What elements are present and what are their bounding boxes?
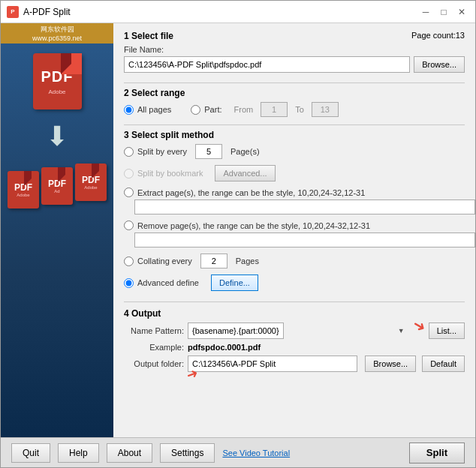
example-label: Example:	[124, 343, 184, 352]
pdf-icon-bottom-3: PDF Adobe	[75, 164, 107, 201]
adobe-label-b1: Adobe	[17, 193, 29, 197]
section-select-range: 2 Select range All pages Part: From To	[124, 88, 465, 117]
from-input[interactable]	[261, 102, 288, 117]
advanced-define-row: Advanced define Define...	[124, 274, 465, 291]
advanced-define-label: Advanced define	[137, 278, 199, 287]
pdf-label-b3: PDF	[82, 175, 100, 185]
content-area: 网东软件园 www.pc6359.net PDF Adobe ⬇ PDF Ado…	[1, 23, 475, 437]
collating-row: Collating every Pages	[124, 254, 465, 268]
pdf-label-b1: PDF	[14, 182, 32, 193]
pdf-icon-bottom-1: PDF Adobe	[8, 171, 39, 208]
help-button[interactable]: Help	[58, 443, 99, 463]
split-every-label: Split by every	[137, 147, 187, 156]
part-option[interactable]: Part:	[191, 105, 221, 115]
remove-label: Remove page(s), the range can be the sty…	[137, 221, 370, 230]
filename-label: File Name:	[124, 45, 176, 54]
name-pattern-label: Name Pattern:	[124, 326, 184, 335]
split-button[interactable]: Split	[409, 442, 465, 464]
all-pages-radio[interactable]	[124, 105, 134, 115]
split-bookmark-label: Split by bookmark	[137, 169, 203, 178]
close-button[interactable]: ✕	[454, 4, 469, 20]
filename-input-row: Browse...	[124, 56, 465, 73]
part-label: Part:	[204, 105, 221, 114]
advanced-define-option[interactable]: Advanced define	[124, 278, 199, 288]
list-button[interactable]: List...	[429, 322, 465, 339]
name-pattern-row: Name Pattern: {basename}.{part:0000} Lis…	[124, 322, 465, 339]
pages-unit: Page(s)	[230, 147, 260, 156]
name-pattern-select[interactable]: {basename}.{part:0000}	[188, 322, 284, 339]
titlebar: P A-PDF Split ─ □ ✕	[1, 1, 475, 23]
filename-row: File Name:	[124, 45, 465, 54]
adobe-label-b2: Ad	[54, 189, 59, 194]
range-row: All pages Part: From To	[124, 102, 465, 117]
settings-button[interactable]: Settings	[160, 443, 215, 463]
about-button[interactable]: About	[107, 443, 152, 463]
collating-label: Collating every	[137, 256, 192, 266]
main-window: P A-PDF Split ─ □ ✕ 网东软件园 www.pc6359.net…	[0, 0, 476, 468]
quit-button[interactable]: Quit	[11, 443, 50, 463]
split-bookmark-radio[interactable]	[124, 169, 134, 178]
collating-radio[interactable]	[124, 256, 134, 266]
pdf-icons-bottom: PDF Adobe PDF Ad PDF Adobe	[8, 164, 107, 208]
remove-radio[interactable]	[124, 220, 134, 230]
footer: Quit Help About Settings See Video Tutor…	[1, 437, 475, 467]
tutorial-link[interactable]: See Video Tutorial	[222, 448, 290, 458]
define-button[interactable]: Define...	[211, 274, 258, 291]
pages-unit2: Pages	[236, 256, 259, 266]
split-by-every-row: Split by every Page(s)	[124, 144, 465, 159]
section4-title: 4 Output	[124, 308, 465, 319]
remove-pages-row: Remove page(s), the range can be the sty…	[124, 220, 465, 248]
arrow-down-icon: ⬇	[46, 123, 68, 150]
split-by-bookmark-row: Split by bookmark Advanced...	[124, 165, 465, 182]
extract-radio[interactable]	[124, 188, 134, 197]
app-icon: P	[7, 6, 19, 18]
split-by-every-option[interactable]: Split by every	[124, 147, 187, 157]
default-button[interactable]: Default	[422, 356, 465, 372]
browse-output-button[interactable]: Browse...	[365, 356, 416, 372]
section-select-file: 1 Select file File Name: Browse... Page …	[124, 31, 465, 75]
filename-input[interactable]	[124, 56, 410, 73]
split-every-value[interactable]	[195, 144, 222, 159]
split-every-radio[interactable]	[124, 147, 134, 157]
all-pages-option[interactable]: All pages	[124, 105, 171, 115]
collating-option[interactable]: Collating every	[124, 256, 192, 266]
pdf-icon-top: PDF Adobe	[33, 53, 82, 110]
name-pattern-select-wrapper: {basename}.{part:0000}	[188, 322, 421, 339]
advanced-define-radio[interactable]	[124, 278, 134, 288]
section-split-method: 3 Select split method Split by every Pag…	[124, 130, 465, 294]
minimize-button[interactable]: ─	[418, 4, 433, 20]
extract-label: Extract page(s), the range can be the st…	[137, 188, 365, 197]
extract-pages-option[interactable]: Extract page(s), the range can be the st…	[124, 188, 465, 197]
page-count-display: Page count:13	[411, 31, 465, 40]
remove-input[interactable]	[134, 232, 475, 248]
section-output: 4 Output Name Pattern: {basename}.{part:…	[124, 308, 465, 372]
pdf-icon-bottom-2: PDF Ad	[41, 167, 73, 205]
from-label: From	[234, 105, 254, 114]
extract-input[interactable]	[134, 200, 475, 214]
window-title: A-PDF Split	[23, 7, 418, 17]
watermark: 网东软件园 www.pc6359.net	[1, 23, 113, 44]
section3-title: 3 Select split method	[124, 130, 465, 140]
collating-value[interactable]	[200, 254, 227, 268]
maximize-button[interactable]: □	[436, 4, 451, 20]
split-options: Split by every Page(s) Split by bookmark…	[124, 144, 465, 294]
adobe-label-b3: Adobe	[84, 185, 97, 190]
output-folder-row: Output folder: Browse... Default ➜	[124, 356, 465, 372]
split-by-bookmark-option[interactable]: Split by bookmark	[124, 169, 203, 178]
all-pages-label: All pages	[137, 105, 171, 114]
to-input[interactable]	[312, 102, 339, 117]
advanced-button[interactable]: Advanced...	[215, 165, 275, 182]
browse-file-button[interactable]: Browse...	[414, 56, 465, 73]
part-radio[interactable]	[191, 105, 200, 115]
to-label: To	[295, 105, 304, 114]
output-folder-label: Output folder:	[124, 359, 184, 368]
pdf-label-top: PDF	[41, 68, 74, 86]
remove-pages-option[interactable]: Remove page(s), the range can be the sty…	[124, 220, 465, 230]
window-controls: ─ □ ✕	[418, 4, 469, 20]
left-panel: 网东软件园 www.pc6359.net PDF Adobe ⬇ PDF Ado…	[1, 23, 113, 437]
output-folder-input[interactable]	[188, 356, 357, 372]
adobe-label-top: Adobe	[48, 88, 65, 95]
extract-pages-row: Extract page(s), the range can be the st…	[124, 188, 465, 214]
example-value: pdfspdoc.0001.pdf	[188, 343, 261, 352]
example-row: Example: pdfspdoc.0001.pdf	[124, 343, 465, 352]
